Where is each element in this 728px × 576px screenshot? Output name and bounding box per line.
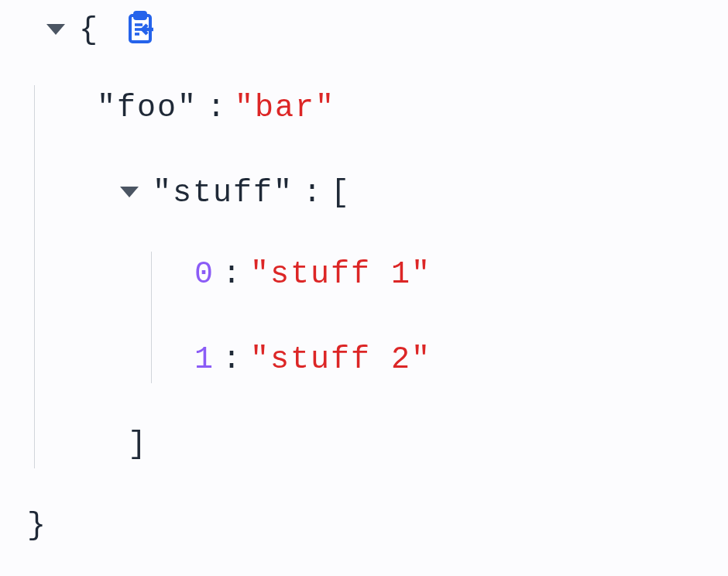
array-body-guide: 0 : "stuff 1" 1 : "stuff 2" — [151, 252, 713, 383]
close-bracket: ] — [128, 427, 146, 462]
property-key: "stuff" — [153, 170, 294, 217]
property-foo-row[interactable]: "foo" : "bar" — [35, 85, 713, 132]
array-value: "stuff 2" — [250, 337, 431, 383]
open-bracket: [ — [331, 170, 349, 217]
array-item-row[interactable]: 1 : "stuff 2" — [194, 337, 713, 383]
open-brace: { — [79, 8, 98, 54]
root-object-row: { — [15, 8, 713, 54]
colon-separator: : — [222, 337, 241, 383]
colon-separator: : — [207, 85, 225, 132]
copy-clipboard-icon[interactable] — [121, 9, 158, 46]
property-key: "foo" — [97, 85, 197, 132]
array-item-row[interactable]: 0 : "stuff 1" — [194, 252, 713, 298]
colon-separator: : — [303, 170, 321, 217]
array-value: "stuff 1" — [250, 252, 431, 298]
close-brace: } — [27, 509, 46, 543]
json-tree-viewer: { "foo" : "bar" "stuff" : [ — [15, 8, 713, 550]
array-index: 1 — [194, 337, 213, 383]
colon-separator: : — [222, 252, 241, 298]
collapse-toggle-icon[interactable] — [120, 187, 139, 197]
property-stuff-row[interactable]: "stuff" : [ — [35, 170, 713, 217]
close-bracket-row: ] — [35, 422, 713, 468]
close-brace-row: } — [15, 503, 713, 550]
object-body-guide: "foo" : "bar" "stuff" : [ 0 : "stuff 1" … — [34, 85, 713, 468]
collapse-toggle-icon[interactable] — [46, 24, 65, 35]
svg-rect-1 — [135, 12, 146, 19]
array-index: 0 — [194, 252, 213, 298]
property-value: "bar" — [235, 85, 335, 132]
